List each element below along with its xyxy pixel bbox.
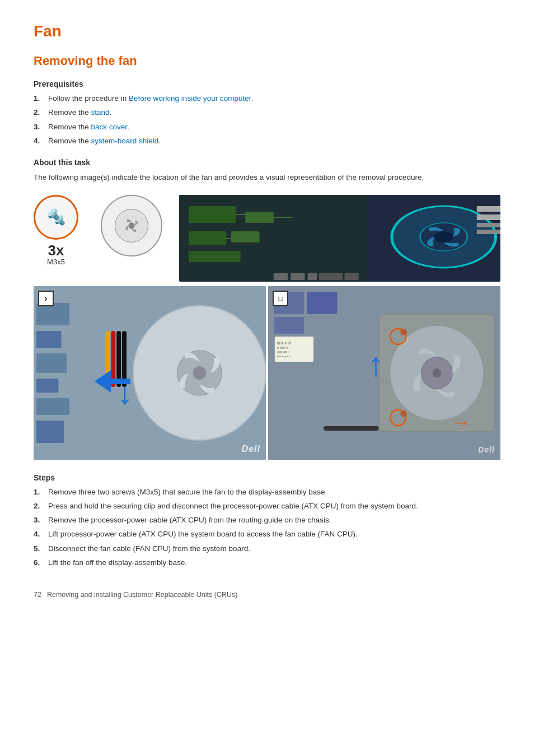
dell-logo-right: Dell (478, 445, 495, 454)
svg-rect-22 (344, 273, 358, 280)
prerequisites-heading: Prerequisites (34, 80, 500, 88)
svg-rect-53 (324, 426, 379, 431)
svg-text:||||| |||| ||| ||||: ||||| |||| ||| |||| (277, 342, 291, 344)
prereq-number-1: 1. (34, 93, 46, 104)
step-right-svg: → ↑ ||||| |||| ||| |||| |||| ||||||| || … (268, 286, 500, 460)
step-number-6: 6. (34, 557, 46, 568)
prerequisites-list: 1. Follow the procedure in Before workin… (34, 93, 500, 147)
prereq-link-2[interactable]: stand (91, 108, 110, 116)
step-left-svg: ↓ (34, 286, 266, 460)
svg-rect-43 (307, 292, 337, 314)
prereq-link-1[interactable]: Before working inside your computer (129, 94, 251, 102)
svg-rect-14 (477, 206, 500, 212)
screw-info: 🔩 3x M3x5 (34, 195, 78, 266)
fan-svg-icon (120, 214, 143, 237)
svg-rect-21 (319, 273, 343, 280)
computer-interior-svg (179, 195, 500, 282)
screw-quantity: 3x (48, 243, 64, 258)
svg-rect-18 (274, 273, 288, 280)
step-number-2: 2. (34, 501, 46, 512)
svg-rect-7 (189, 251, 241, 262)
about-task-text: The following image(s) indicate the loca… (34, 171, 500, 184)
svg-rect-6 (231, 231, 260, 242)
svg-point-48 (432, 368, 441, 377)
prereq-item-3: 3. Remove the back cover. (34, 122, 500, 133)
svg-rect-19 (291, 273, 305, 280)
steps-section: Steps 1. Remove three two screws (M3x5) … (34, 473, 500, 569)
prereq-text-4: Remove the system-board shield. (48, 136, 161, 147)
step-item-4: 4. Lift processor-power cable (ATX CPU) … (34, 529, 500, 540)
prereq-link-3[interactable]: back cover (91, 123, 128, 131)
step-number-3: 3. (34, 515, 46, 526)
svg-text:AM/ Model XX: AM/ Model XX (277, 355, 292, 358)
prereq-item-2: 2. Remove the stand. (34, 107, 500, 118)
step-item-5: 5. Disconnect the fan cable (FAN CPU) fr… (34, 543, 500, 554)
svg-text:||| ||||| |||||||| |: ||| ||||| |||||||| | (277, 351, 289, 353)
svg-point-52 (400, 410, 407, 417)
dell-logo-left: Dell (242, 444, 260, 454)
svg-rect-3 (189, 206, 236, 223)
image-section: 🔩 3x M3x5 (34, 195, 500, 460)
svg-rect-5 (189, 231, 227, 245)
svg-point-33 (193, 366, 207, 380)
step-text-4: Lift processor-power cable (ATX CPU) the… (48, 529, 358, 540)
svg-text:↑: ↑ (368, 345, 385, 382)
fan-diagram (95, 195, 168, 256)
step-text-3: Remove the processor-power cable (ATX CP… (48, 515, 331, 526)
prerequisites-section: Prerequisites 1. Follow the procedure in… (34, 80, 500, 147)
svg-rect-20 (308, 273, 317, 280)
about-heading: About this task (34, 158, 500, 167)
step-item-1: 1. Remove three two screws (M3x5) that s… (34, 487, 500, 498)
screw-icon: 🔩 (46, 208, 66, 226)
step-text-1: Remove three two screws (M3x5) that secu… (48, 487, 327, 498)
svg-rect-25 (36, 303, 69, 325)
bottom-images-row: ↓ › Dell (34, 286, 500, 460)
step-image-right: → ↑ ||||| |||| ||| |||| |||| ||||||| || … (268, 286, 500, 460)
prereq-item-1: 1. Follow the procedure in Before workin… (34, 93, 500, 104)
section-title: Removing the fan (34, 54, 500, 68)
svg-rect-15 (477, 214, 500, 220)
prereq-number-2: 2. (34, 107, 46, 118)
svg-point-13 (434, 231, 453, 242)
step-item-6: 6. Lift the fan off the display-assembly… (34, 557, 500, 568)
step-text-2: Press and hold the securing clip and dis… (48, 501, 418, 512)
step-text-5: Disconnect the fan cable (FAN CPU) from … (48, 543, 250, 554)
svg-text:|||| ||||||| || |||: |||| ||||||| || ||| (277, 346, 288, 349)
step-number-5: 5. (34, 543, 46, 554)
prereq-link-4[interactable]: system-board shield (91, 137, 159, 145)
page-number: 72 (34, 591, 41, 599)
step-badge-right: □ (273, 291, 288, 306)
prereq-item-4: 4. Remove the system-board shield. (34, 136, 500, 147)
prereq-text-2: Remove the stand. (48, 107, 111, 118)
svg-rect-28 (36, 379, 59, 393)
screw-size: M3x5 (47, 258, 65, 266)
prereq-text-3: Remove the back cover. (48, 122, 129, 133)
fan-inner-circle (115, 209, 148, 242)
screw-circle: 🔩 (34, 195, 78, 240)
page-title: Fan (34, 22, 500, 40)
computer-photo-top (179, 195, 500, 282)
svg-rect-4 (245, 212, 274, 223)
svg-rect-44 (274, 317, 304, 334)
svg-rect-27 (36, 353, 67, 373)
steps-list: 1. Remove three two screws (M3x5) that s… (34, 487, 500, 569)
prereq-text-1: Follow the procedure in Before working i… (48, 93, 253, 104)
step-number-1: 1. (34, 487, 46, 498)
step-item-3: 3. Remove the processor-power cable (ATX… (34, 515, 500, 526)
fan-outer-circle (101, 195, 162, 256)
top-images-row: 🔩 3x M3x5 (34, 195, 500, 282)
footer-text: Removing and installing Customer Replace… (47, 591, 237, 599)
svg-rect-17 (477, 230, 500, 234)
svg-rect-26 (36, 331, 61, 348)
svg-point-50 (400, 329, 407, 335)
step-image-left: ↓ › Dell (34, 286, 266, 460)
page-footer: 72 Removing and installing Customer Repl… (34, 585, 500, 599)
step-badge-left: › (38, 291, 54, 306)
svg-rect-16 (477, 223, 500, 227)
about-task-section: About this task The following image(s) i… (34, 158, 500, 184)
step-text-6: Lift the fan off the display-assembly ba… (48, 557, 187, 568)
svg-rect-29 (36, 398, 69, 415)
prereq-number-4: 4. (34, 136, 46, 147)
svg-rect-30 (36, 421, 64, 443)
svg-point-0 (129, 223, 134, 228)
